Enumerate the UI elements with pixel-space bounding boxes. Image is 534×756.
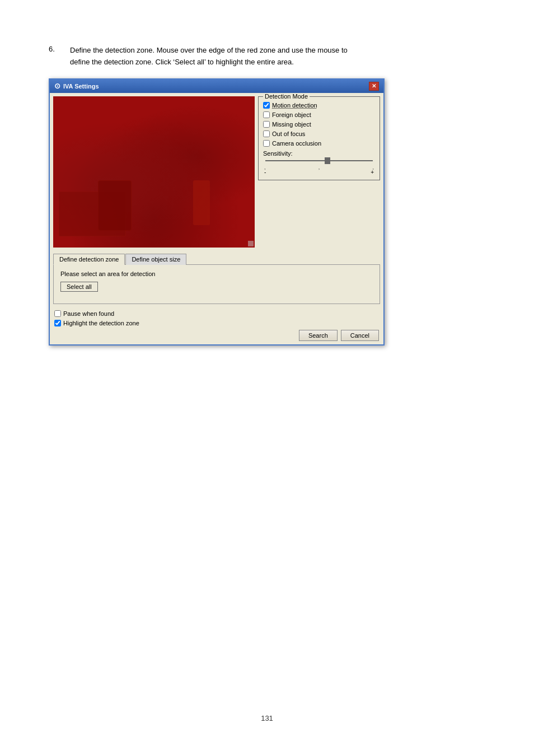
sensitivity-section: Sensitivity: , , , -	[263, 150, 375, 175]
sensitivity-line	[265, 160, 373, 161]
close-button[interactable]: ✕	[369, 82, 379, 91]
out-of-focus-row: Out of focus	[263, 130, 375, 137]
dialog-icon: ⊙	[54, 82, 60, 90]
tab-define-object-size[interactable]: Define object size	[125, 254, 186, 265]
detection-panel: Detection Mode Motion detection Foreign …	[258, 96, 380, 248]
camera-occlusion-row: Camera occlusion	[263, 140, 375, 147]
instruction-line1: Define the detection zone. Mouse over th…	[70, 46, 348, 54]
dialog-title-label: IVA Settings	[63, 83, 99, 90]
dialog-titlebar: ⊙ IVA Settings ✕	[50, 80, 383, 93]
resize-handle[interactable]	[248, 241, 254, 246]
camera-overlay	[53, 96, 255, 248]
cancel-button[interactable]: Cancel	[341, 330, 379, 341]
tab-instruction-text: Please select an area for detection	[60, 270, 373, 277]
bottom-buttons: Search Cancel	[54, 330, 379, 341]
dialog-body: Detection Mode Motion detection Foreign …	[50, 93, 383, 251]
missing-object-row: Missing object	[263, 121, 375, 128]
missing-object-label: Missing object	[272, 121, 311, 128]
motion-detection-row: Motion detection	[263, 102, 375, 109]
pause-when-found-row: Pause when found	[54, 310, 379, 317]
bottom-area: Pause when found Highlight the detection…	[50, 304, 383, 344]
page-number: 131	[261, 714, 273, 722]
camera-preview	[53, 96, 255, 248]
sensitivity-track[interactable]	[265, 160, 373, 161]
bottom-checkboxes: Pause when found Highlight the detection…	[54, 310, 379, 326]
pause-when-found-checkbox[interactable]	[54, 310, 61, 317]
highlight-zone-row: Highlight the detection zone	[54, 320, 379, 326]
motion-detection-label: Motion detection	[272, 102, 317, 109]
detection-mode-group: Detection Mode Motion detection Foreign …	[258, 96, 380, 180]
tick-center: ,	[318, 165, 320, 170]
out-of-focus-label: Out of focus	[272, 130, 305, 137]
tab-bar: Define detection zone Define object size	[53, 253, 380, 265]
sensitivity-label: Sensitivity:	[263, 150, 375, 157]
missing-object-checkbox[interactable]	[263, 121, 270, 128]
dialog-window: ⊙ IVA Settings ✕ Detection Mode	[49, 78, 385, 346]
sensitivity-thumb[interactable]	[325, 157, 330, 164]
plus-label: +	[371, 169, 374, 175]
motion-detection-checkbox[interactable]	[263, 102, 270, 109]
out-of-focus-checkbox[interactable]	[263, 130, 270, 137]
foreign-object-row: Foreign object	[263, 111, 375, 118]
page-content: 6. Define the detection zone. Mouse over…	[49, 45, 485, 346]
highlight-zone-checkbox[interactable]	[54, 320, 61, 326]
tab-content: Please select an area for detection Sele…	[53, 265, 380, 304]
select-all-button[interactable]: Select all	[60, 282, 98, 292]
foreign-object-label: Foreign object	[272, 111, 311, 118]
minus-label: -	[264, 169, 266, 175]
tab-define-detection-zone[interactable]: Define detection zone	[53, 254, 125, 265]
instruction-text: Define the detection zone. Mouse over th…	[70, 45, 348, 68]
instruction-block: 6. Define the detection zone. Mouse over…	[49, 45, 485, 68]
instruction-number: 6.	[49, 45, 64, 68]
search-button[interactable]: Search	[299, 330, 338, 341]
camera-occlusion-checkbox[interactable]	[263, 140, 270, 147]
pause-when-found-label: Pause when found	[63, 310, 114, 317]
detection-mode-legend: Detection Mode	[263, 93, 310, 100]
tabs-area: Define detection zone Define object size…	[50, 251, 383, 304]
foreign-object-checkbox[interactable]	[263, 111, 270, 118]
camera-occlusion-label: Camera occlusion	[272, 140, 321, 147]
dialog-title: ⊙ IVA Settings	[54, 82, 99, 90]
highlight-zone-label: Highlight the detection zone	[63, 320, 139, 326]
instruction-line2: define the detection zone. Click ‘Select…	[70, 58, 294, 66]
